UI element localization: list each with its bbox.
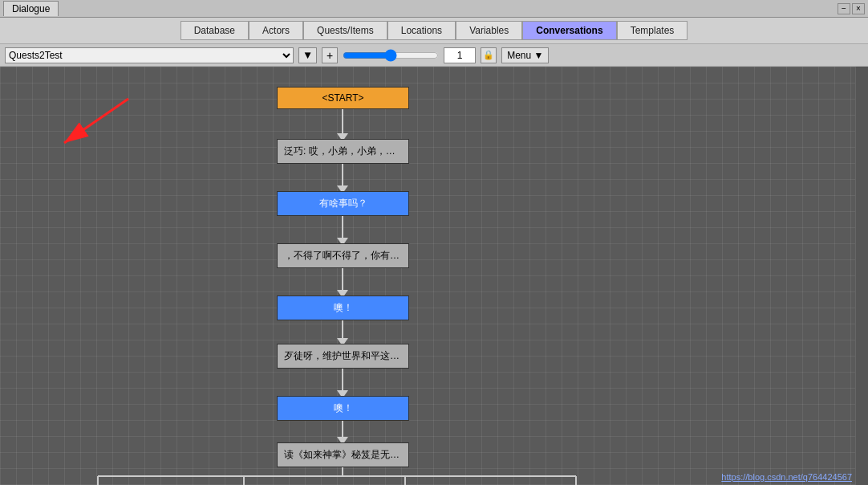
lock-button[interactable]: 🔒: [481, 47, 497, 63]
conversation-dropdown-button[interactable]: ▼: [298, 47, 317, 63]
tab-quests-items[interactable]: Quests/Items: [303, 21, 387, 40]
menu-button[interactable]: Menu ▼: [501, 47, 549, 63]
canvas-area: <START> 泛巧: 哎，小弟，小弟，别走啊， 有啥事吗？ ，不得了啊不得了，…: [0, 67, 868, 485]
node-npc-4[interactable]: 读《如来神掌》秘笈是无价之宝，: [277, 442, 409, 467]
node-npc-3[interactable]: 歹徒呀，维护世界和平这个任务就: [277, 344, 409, 369]
svg-line-30: [64, 99, 128, 143]
node-npc-1[interactable]: 泛巧: 哎，小弟，小弟，别走啊，: [277, 139, 409, 164]
tab-variables[interactable]: Variables: [456, 21, 522, 40]
zoom-slider[interactable]: [343, 49, 439, 62]
node-player-3[interactable]: 噢！: [277, 396, 409, 421]
watermark-link[interactable]: https://blog.csdn.net/q764424567: [721, 472, 852, 482]
nav-tabs: Database Actors Quests/Items Locations V…: [0, 18, 868, 44]
right-panel: [855, 67, 868, 485]
tab-locations[interactable]: Locations: [387, 21, 456, 40]
close-button[interactable]: ×: [852, 3, 865, 14]
toolbar: Quests2Test ▼ + 🔒 Menu ▼: [0, 44, 868, 67]
zoom-value-input[interactable]: [444, 47, 476, 63]
tab-actors[interactable]: Actors: [249, 21, 303, 40]
conversation-select[interactable]: Quests2Test: [5, 47, 294, 63]
node-start[interactable]: <START>: [277, 87, 409, 109]
annotation-arrow: [48, 91, 144, 155]
tab-templates[interactable]: Templates: [617, 21, 688, 40]
add-conversation-button[interactable]: +: [322, 47, 338, 63]
title-bar: Dialogue − ×: [0, 0, 868, 18]
svg-connectors: [0, 67, 868, 485]
tab-database[interactable]: Database: [180, 21, 249, 40]
node-player-1[interactable]: 有啥事吗？: [277, 191, 409, 216]
minimize-button[interactable]: −: [838, 3, 850, 14]
node-player-2[interactable]: 噢！: [277, 295, 409, 320]
window-title: Dialogue: [3, 1, 59, 16]
node-npc-2[interactable]: ，不得了啊不得了，你有道灵光从: [277, 243, 409, 268]
tab-conversations[interactable]: Conversations: [522, 21, 616, 40]
